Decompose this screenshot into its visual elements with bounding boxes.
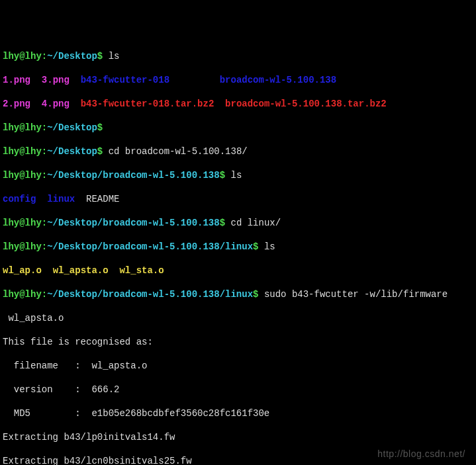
ls-output-row1: 1.png 3.png b43-fwcutter-018 broadcom-wl… — [3, 74, 473, 86]
path: ~/Desktop — [47, 51, 97, 62]
file-archive: b43-fwcutter-018.tar.bz2 — [81, 99, 214, 109]
dir: b43-fwcutter-018 — [81, 75, 169, 85]
command: ls — [264, 241, 275, 252]
file: README — [86, 194, 119, 204]
command: cd linux/ — [230, 218, 281, 228]
command-continuation: wl_apsta.o — [3, 312, 473, 324]
watermark: http://blog.csdn.net/ — [377, 448, 465, 460]
userhost: lhy@lhy — [3, 51, 42, 62]
command: sudo b43-fwcutter -w/lib/firmware — [264, 289, 448, 300]
prompt-line-7: lhy@lhy:~/Desktop/broadcom-wl-5.100.138/… — [3, 288, 473, 300]
file-png: 3.png — [42, 75, 70, 85]
ls-output-3: wl_ap.o wl_apsta.o wl_sta.o — [3, 265, 473, 276]
file-obj: wl_apsta.o — [53, 265, 109, 276]
prompt-line-6: lhy@lhy:~/Desktop/broadcom-wl-5.100.138/… — [3, 241, 473, 253]
ls-output-2: config linux README — [3, 193, 473, 205]
dir: linux — [47, 194, 75, 204]
file-png: 2.png — [3, 99, 30, 109]
dir: config — [3, 194, 36, 204]
prompt-line-4: lhy@lhy:~/Desktop/broadcom-wl-5.100.138$… — [3, 169, 473, 181]
prompt-line-1: lhy@lhy:~/Desktop$ ls — [3, 50, 473, 62]
file-obj: wl_ap.o — [3, 265, 42, 276]
prompt-line-3: lhy@lhy:~/Desktop$ cd broadcom-wl-5.100.… — [3, 146, 473, 157]
ls-output-row2: 2.png 4.png b43-fwcutter-018.tar.bz2 bro… — [3, 98, 473, 110]
prompt-line-5: lhy@lhy:~/Desktop/broadcom-wl-5.100.138$… — [3, 217, 473, 229]
command: ls — [109, 51, 120, 62]
output-extract: Extracting b43/lp0initvals14.fw — [3, 431, 473, 443]
file-archive: broadcom-wl-5.100.138.tar.bz2 — [225, 99, 387, 109]
dir: broadcom-wl-5.100.138 — [220, 75, 336, 85]
command: ls — [230, 170, 242, 181]
output-filename: filename : wl_apsta.o — [3, 360, 473, 372]
file-png: 4.png — [42, 99, 70, 109]
output-version: version : 666.2 — [3, 384, 473, 396]
output-md5: MD5 : e1b05e268bcdbfef3560c28fc161f30e — [3, 407, 473, 419]
file-png: 1.png — [3, 75, 30, 85]
prompt-line-2: lhy@lhy:~/Desktop$ — [3, 122, 473, 134]
file-obj: wl_sta.o — [119, 265, 164, 276]
output-recognised: This file is recognised as: — [3, 336, 473, 348]
command: cd broadcom-wl-5.100.138/ — [109, 146, 248, 157]
